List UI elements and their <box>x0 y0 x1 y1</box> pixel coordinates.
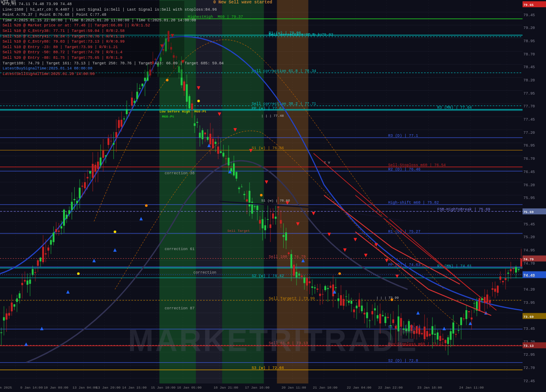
main-chart-canvas[interactable] <box>0 0 546 392</box>
chart-container: WTI,H1 74.11 74.48 73.99 74.48 Line:1588… <box>0 0 546 392</box>
